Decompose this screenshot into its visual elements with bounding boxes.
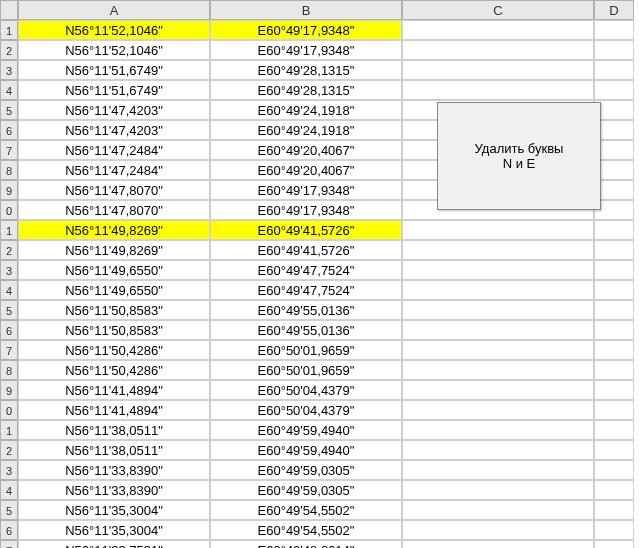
row-header[interactable]: 2	[0, 240, 18, 260]
row-header[interactable]: 3	[0, 260, 18, 280]
cell-empty[interactable]	[594, 540, 634, 548]
cell[interactable]: N56°11'50,4286"	[18, 340, 210, 360]
cell-empty[interactable]	[402, 500, 594, 520]
cell[interactable]: N56°11'38,0511"	[18, 440, 210, 460]
cell-empty[interactable]	[594, 400, 634, 420]
cell-empty[interactable]	[594, 420, 634, 440]
cell[interactable]: E60°49'41,5726"	[210, 220, 402, 240]
cell-empty[interactable]	[402, 380, 594, 400]
row-header[interactable]: 6	[0, 520, 18, 540]
row-header[interactable]: 7	[0, 140, 18, 160]
cell[interactable]: E60°49'28,1315"	[210, 80, 402, 100]
cell[interactable]: E60°49'48,0614"	[210, 540, 402, 548]
row-header[interactable]: 2	[0, 440, 18, 460]
cell-empty[interactable]	[594, 240, 634, 260]
cell[interactable]: N56°11'35,3004"	[18, 520, 210, 540]
cell-empty[interactable]	[594, 380, 634, 400]
cell[interactable]: N56°11'51,6749"	[18, 80, 210, 100]
corner-cell[interactable]	[0, 0, 18, 20]
col-header-a[interactable]: A	[18, 0, 210, 20]
cell-empty[interactable]	[594, 500, 634, 520]
cell-empty[interactable]	[402, 260, 594, 280]
row-header[interactable]: 5	[0, 100, 18, 120]
cell-empty[interactable]	[402, 220, 594, 240]
cell[interactable]: E60°49'54,5502"	[210, 520, 402, 540]
remove-letters-button[interactable]: Удалить буквы N и E	[437, 102, 601, 210]
row-header[interactable]: 2	[0, 40, 18, 60]
cell[interactable]: N56°11'47,4203"	[18, 100, 210, 120]
cell-empty[interactable]	[402, 520, 594, 540]
cell[interactable]: N56°11'33,8390"	[18, 480, 210, 500]
cell-empty[interactable]	[402, 300, 594, 320]
cell[interactable]: N56°11'47,2484"	[18, 140, 210, 160]
cell[interactable]: N56°11'33,7531"	[18, 540, 210, 548]
cell[interactable]: E60°50'04,4379"	[210, 400, 402, 420]
row-header[interactable]: 8	[0, 360, 18, 380]
cell-empty[interactable]	[594, 260, 634, 280]
cell[interactable]: E60°49'20,4067"	[210, 140, 402, 160]
row-header[interactable]: 9	[0, 380, 18, 400]
row-header[interactable]: 1	[0, 220, 18, 240]
cell-empty[interactable]	[402, 460, 594, 480]
row-header[interactable]: 3	[0, 460, 18, 480]
cell[interactable]: E60°49'17,9348"	[210, 20, 402, 40]
row-header[interactable]: 8	[0, 160, 18, 180]
cell[interactable]: E60°49'28,1315"	[210, 60, 402, 80]
cell[interactable]: E60°50'01,9659"	[210, 360, 402, 380]
cell[interactable]: N56°11'47,4203"	[18, 120, 210, 140]
cell-empty[interactable]	[402, 360, 594, 380]
cell-empty[interactable]	[402, 540, 594, 548]
cell-empty[interactable]	[594, 320, 634, 340]
row-header[interactable]: 5	[0, 500, 18, 520]
col-header-b[interactable]: B	[210, 0, 402, 20]
cell[interactable]: E60°49'47,7524"	[210, 280, 402, 300]
cell[interactable]: N56°11'41,4894"	[18, 400, 210, 420]
cell[interactable]: E60°49'24,1918"	[210, 100, 402, 120]
cell[interactable]: N56°11'52,1046"	[18, 40, 210, 60]
cell-empty[interactable]	[594, 40, 634, 60]
cell-empty[interactable]	[594, 440, 634, 460]
row-header[interactable]: 0	[0, 400, 18, 420]
row-header[interactable]: 4	[0, 280, 18, 300]
row-header[interactable]: 1	[0, 420, 18, 440]
cell-empty[interactable]	[402, 60, 594, 80]
spreadsheet-grid[interactable]: A B C D 1N56°11'52,1046"E60°49'17,9348"2…	[0, 0, 639, 548]
cell-empty[interactable]	[594, 360, 634, 380]
cell-empty[interactable]	[594, 340, 634, 360]
cell-empty[interactable]	[594, 460, 634, 480]
cell-empty[interactable]	[594, 280, 634, 300]
cell[interactable]: E60°49'59,0305"	[210, 480, 402, 500]
cell[interactable]: E60°49'59,4940"	[210, 420, 402, 440]
cell-empty[interactable]	[402, 480, 594, 500]
cell-empty[interactable]	[594, 80, 634, 100]
row-header[interactable]: 7	[0, 540, 18, 548]
cell-empty[interactable]	[402, 40, 594, 60]
cell-empty[interactable]	[402, 400, 594, 420]
cell[interactable]: N56°11'49,6550"	[18, 260, 210, 280]
cell[interactable]: E60°49'47,7524"	[210, 260, 402, 280]
row-header[interactable]: 5	[0, 300, 18, 320]
cell[interactable]: N56°11'47,2484"	[18, 160, 210, 180]
cell[interactable]: E60°49'41,5726"	[210, 240, 402, 260]
cell[interactable]: E60°49'17,9348"	[210, 200, 402, 220]
col-header-d[interactable]: D	[594, 0, 634, 20]
cell[interactable]: N56°11'41,4894"	[18, 380, 210, 400]
cell-empty[interactable]	[402, 420, 594, 440]
cell-empty[interactable]	[402, 20, 594, 40]
cell[interactable]: N56°11'35,3004"	[18, 500, 210, 520]
cell[interactable]: N56°11'49,8269"	[18, 220, 210, 240]
cell-empty[interactable]	[402, 440, 594, 460]
row-header[interactable]: 6	[0, 320, 18, 340]
cell-empty[interactable]	[402, 240, 594, 260]
cell-empty[interactable]	[594, 20, 634, 40]
cell[interactable]: E60°50'01,9659"	[210, 340, 402, 360]
cell-empty[interactable]	[594, 300, 634, 320]
cell[interactable]: N56°11'50,8583"	[18, 320, 210, 340]
cell[interactable]: E60°50'04,4379"	[210, 380, 402, 400]
cell[interactable]: E60°49'54,5502"	[210, 500, 402, 520]
cell-empty[interactable]	[402, 80, 594, 100]
cell[interactable]: E60°49'20,4067"	[210, 160, 402, 180]
cell-empty[interactable]	[402, 340, 594, 360]
row-header[interactable]: 4	[0, 80, 18, 100]
cell[interactable]: E60°49'55,0136"	[210, 320, 402, 340]
